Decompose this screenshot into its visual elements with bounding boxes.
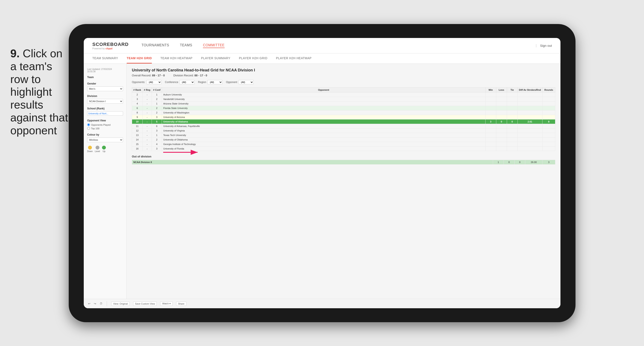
- sidebar-school-value[interactable]: University of Nort...: [87, 111, 123, 116]
- radio-opponents-played[interactable]: Opponents Played: [87, 123, 123, 126]
- table-row[interactable]: 8-2University of Washington: [132, 110, 555, 115]
- share-button[interactable]: Share: [176, 302, 186, 306]
- tab-team-h2h-grid[interactable]: TEAM H2H GRID: [127, 53, 152, 63]
- redo-icon[interactable]: ↪: [94, 302, 96, 305]
- view-original-label: View: Original: [113, 303, 128, 305]
- table-row[interactable]: 12-3University of Virginia: [132, 128, 555, 133]
- instruction-text: 9. Click on a team's row to highlight re…: [10, 47, 70, 137]
- sidebar-division-section: Division NCAA Division I: [87, 95, 123, 104]
- table-cell: 6: [132, 106, 142, 110]
- filter-conference-select[interactable]: (All): [180, 80, 194, 84]
- sidebar: Last Updated: 27/03/2024 16:55:38 Team G…: [84, 64, 127, 299]
- sidebar-division-select[interactable]: NCAA Division I: [87, 99, 123, 104]
- out-of-div-loss: 0: [504, 160, 514, 165]
- sidebar-gender-label: Gender: [87, 82, 123, 85]
- undo-icon[interactable]: ↩: [88, 302, 90, 305]
- radio-top100[interactable]: Top 100: [87, 127, 123, 130]
- table-cell: 15: [132, 142, 142, 146]
- tab-player-h2h-heatmap[interactable]: PLAYER H2H HEATMAP: [276, 53, 312, 63]
- save-custom-label: Save Custom View: [135, 303, 155, 305]
- col-header-rounds: Rounds: [542, 87, 555, 92]
- table-cell: [507, 106, 518, 110]
- filter-opponents: Opponents: (All): [132, 80, 162, 84]
- col-header-tie: Tie: [507, 87, 518, 92]
- table-cell: [542, 101, 555, 106]
- table-cell: [496, 106, 507, 110]
- table-cell: Florida State University: [162, 106, 485, 110]
- sidebar-opponent-view-section: Opponent View Opponents Played Top 100: [87, 119, 123, 130]
- grid-title: University of North Carolina Head-to-Hea…: [132, 68, 555, 72]
- history-icon[interactable]: ⏱: [100, 302, 102, 305]
- last-updated: Last Updated: 27/03/2024 16:55:38: [87, 68, 123, 73]
- out-of-div-rounds: 3: [542, 160, 555, 165]
- table-cell: 2: [152, 137, 162, 142]
- view-original-button[interactable]: View: Original: [111, 302, 130, 306]
- colour-by-select[interactable]: Win/loss: [87, 137, 123, 142]
- table-row[interactable]: 13-1Texas Tech University: [132, 133, 555, 137]
- tab-player-h2h-grid[interactable]: PLAYER H2H GRID: [239, 53, 268, 63]
- table-cell: University of Florida: [162, 146, 485, 151]
- table-row[interactable]: 14-2University of Oklahoma: [132, 137, 555, 142]
- table-cell: [485, 115, 496, 119]
- table-row[interactable]: 2-1Auburn University: [132, 92, 555, 97]
- table-cell: [496, 128, 507, 133]
- sidebar-school-label: School (Rank): [87, 107, 123, 110]
- nav-committee[interactable]: COMMITTEE: [203, 43, 224, 48]
- tab-team-h2h-heatmap[interactable]: TEAM H2H HEATMAP: [160, 53, 192, 63]
- save-custom-button[interactable]: Save Custom View: [133, 302, 157, 306]
- table-cell: [507, 110, 518, 115]
- table-cell: [496, 146, 507, 151]
- sidebar-gender-select[interactable]: Men's: [87, 86, 123, 91]
- filter-opponent-select[interactable]: (All): [238, 80, 254, 84]
- out-of-division-row[interactable]: NCAA Division II 1 0 0 26.00 3: [132, 160, 555, 165]
- table-row[interactable]: 4-1Arizona State University: [132, 101, 555, 106]
- table-cell: 4: [152, 142, 162, 146]
- col-header-diff: Diff Av Strokes/Rnd: [518, 87, 542, 92]
- division-record-label: Division Record: 88 - 17 - 0: [173, 74, 207, 77]
- table-cell: 12: [132, 128, 142, 133]
- nav-teams[interactable]: TEAMS: [180, 43, 192, 48]
- table-cell: [485, 124, 496, 128]
- table-cell: 16: [132, 146, 142, 151]
- watch-button[interactable]: Watch ▾: [160, 301, 173, 306]
- out-of-division-table: NCAA Division II 1 0 0 26.00 3: [132, 160, 555, 165]
- table-cell: 14: [132, 137, 142, 142]
- col-header-rank: # Rank: [132, 87, 142, 92]
- tab-team-summary[interactable]: TEAM SUMMARY: [92, 53, 118, 63]
- tab-player-summary[interactable]: PLAYER SUMMARY: [201, 53, 230, 63]
- table-cell: University of Alabama: [162, 119, 485, 124]
- table-row[interactable]: 6-2Florida State University: [132, 106, 555, 110]
- table-cell: 3: [152, 115, 162, 119]
- col-header-reg: # Reg: [142, 87, 152, 92]
- legend-level-dot: [96, 146, 100, 149]
- filter-region-select[interactable]: (All): [208, 80, 222, 84]
- overall-record-label: Overall Record: 89 - 17 - 0: [132, 74, 165, 77]
- table-cell: [507, 133, 518, 137]
- out-of-div-label: NCAA Division II: [132, 160, 493, 165]
- table-row[interactable]: 3-2Vanderbilt University: [132, 97, 555, 101]
- col-header-opponent: Opponent: [162, 87, 485, 92]
- table-cell: Vanderbilt University: [162, 97, 485, 101]
- table-cell: [542, 97, 555, 101]
- table-row[interactable]: 11-6University of Arkansas, Fayetteville: [132, 124, 555, 128]
- table-row[interactable]: 15-4Georgia Institute of Technology: [132, 142, 555, 146]
- table-cell: [518, 115, 542, 119]
- sidebar-colour-by-section: Colour by Win/loss: [87, 133, 123, 142]
- table-cell: [518, 110, 542, 115]
- table-cell: [485, 97, 496, 101]
- sign-out-sep: |: [536, 44, 537, 48]
- sign-out-button[interactable]: Sign out: [540, 44, 552, 47]
- out-of-division-header: Out of division: [132, 155, 555, 158]
- table-row[interactable]: 10-5University of Alabama3002.618: [132, 119, 555, 124]
- table-cell: [485, 146, 496, 151]
- table-cell: [507, 137, 518, 142]
- logo-clippd: clippd: [106, 47, 112, 50]
- table-row[interactable]: 9-3University of Arizona: [132, 115, 555, 119]
- filter-opponents-select[interactable]: (All): [146, 80, 162, 84]
- table-row[interactable]: 16-3University of Florida: [132, 146, 555, 151]
- table-cell: 10: [132, 119, 142, 124]
- nav-tournaments[interactable]: TOURNAMENTS: [142, 43, 169, 48]
- table-cell: [542, 106, 555, 110]
- table-cell: Auburn University: [162, 92, 485, 97]
- table-cell: [507, 128, 518, 133]
